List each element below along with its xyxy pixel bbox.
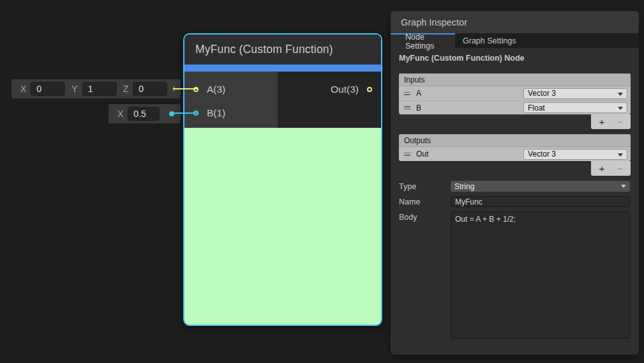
shader-graph-canvas: X Y Z X MyFunc (Custom Function)	[0, 0, 644, 363]
vector3-input-widget: X Y Z	[11, 79, 181, 98]
name-field-row: Name	[399, 196, 631, 207]
name-label: Name	[399, 196, 451, 206]
float-value-field[interactable]	[128, 107, 160, 121]
node-title: MyFunc (Custom Function)	[184, 35, 381, 65]
wire-float-to-b[interactable]	[173, 112, 198, 114]
remove-input-button[interactable]: −	[611, 114, 629, 129]
x-value-field[interactable]	[31, 82, 65, 96]
body-textarea[interactable]: Out = A + B + 1/2;	[451, 212, 630, 339]
x-axis-label: X	[117, 109, 123, 119]
node-preview	[184, 128, 381, 325]
x-axis-label: X	[20, 84, 26, 94]
name-input[interactable]	[451, 196, 630, 207]
wire-vector3-to-a[interactable]	[173, 88, 198, 89]
type-dropdown[interactable]: String	[451, 181, 630, 192]
body-label: Body	[399, 212, 451, 222]
float-input-widget: X	[109, 104, 181, 123]
type-label: Type	[399, 181, 451, 191]
input-a-name: A	[416, 89, 421, 98]
z-axis-label: Z	[123, 84, 129, 94]
outputs-list-footer: + −	[591, 161, 631, 176]
inspector-tab-bar: Node Settings Graph Settings	[391, 33, 639, 48]
drag-handle-icon[interactable]	[404, 151, 410, 157]
inputs-list-title: Inputs	[399, 73, 631, 86]
tab-node-settings[interactable]: Node Settings	[391, 33, 455, 48]
y-axis-label: Y	[71, 84, 77, 94]
input-b-name: B	[416, 104, 421, 112]
dropdown-arrow-icon	[618, 107, 623, 110]
input-a-type-dropdown[interactable]: Vector 3	[523, 88, 627, 99]
port-b-label: B(1)	[207, 107, 225, 119]
output-out-type-value: Vector 3	[528, 150, 556, 158]
add-output-button[interactable]: +	[593, 161, 611, 176]
outputs-list-title: Outputs	[399, 134, 631, 147]
output-out-name: Out	[416, 150, 428, 158]
type-field-row: Type String	[399, 181, 631, 192]
type-value: String	[454, 182, 474, 191]
dropdown-arrow-icon	[618, 153, 623, 157]
input-b-type-value: Float	[528, 104, 545, 112]
add-input-button[interactable]: +	[593, 114, 611, 129]
port-a-label: A(3)	[207, 84, 225, 95]
input-a-type-value: Vector 3	[528, 89, 556, 98]
outputs-list: Outputs Out Vector 3	[399, 134, 631, 161]
output-port-out-icon[interactable]	[367, 87, 372, 92]
inspector-heading: MyFunc (Custom Function) Node	[399, 54, 639, 63]
port-out-label: Out(3)	[331, 84, 359, 95]
node-accent-bar	[184, 65, 381, 72]
drag-handle-icon[interactable]	[404, 105, 410, 111]
drag-handle-icon[interactable]	[404, 91, 410, 97]
node-outputs-area: Out(3)	[278, 72, 381, 128]
node-port-area: A(3) B(1) Out(3)	[184, 72, 381, 128]
body-field-row: Body Out = A + B + 1/2;	[399, 212, 631, 339]
y-value-field[interactable]	[82, 82, 117, 96]
remove-output-button[interactable]: −	[611, 161, 629, 176]
list-row-out[interactable]: Out Vector 3	[399, 147, 631, 161]
dropdown-arrow-icon	[618, 93, 623, 96]
inputs-list: Inputs A Vector 3 B Float	[399, 73, 631, 114]
inputs-list-footer: + −	[591, 114, 631, 129]
z-value-field[interactable]	[133, 82, 167, 96]
graph-inspector-panel: Graph Inspector Node Settings Graph Sett…	[391, 11, 639, 355]
custom-function-node[interactable]: MyFunc (Custom Function) A(3) B(1) Out(3…	[183, 33, 382, 326]
input-b-type-dropdown[interactable]: Float	[523, 102, 627, 113]
list-row-b[interactable]: B Float	[399, 100, 631, 114]
port-row-out: Out(3)	[278, 77, 381, 101]
inspector-title[interactable]: Graph Inspector	[391, 11, 639, 33]
dropdown-arrow-icon	[621, 185, 626, 188]
output-out-type-dropdown[interactable]: Vector 3	[523, 149, 627, 160]
list-row-a[interactable]: A Vector 3	[399, 86, 631, 100]
tab-graph-settings[interactable]: Graph Settings	[455, 33, 525, 48]
node-inputs-area: A(3) B(1)	[184, 72, 278, 128]
